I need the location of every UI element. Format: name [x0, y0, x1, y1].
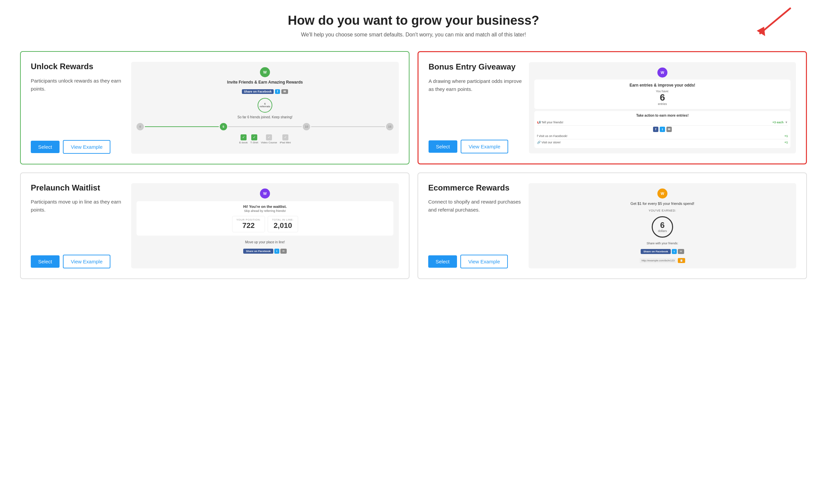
unlock-preview-content: W Invite Friends & Earn Amazing Rewards …	[137, 67, 393, 144]
referral-sub: referrals	[259, 105, 270, 108]
progress-dot-5: 5	[220, 123, 227, 130]
bonus-preview-content: W Earn entries & improve your odds! You …	[534, 67, 790, 148]
take-action-title: Take action to earn more entries!	[537, 114, 788, 117]
ecomm-em-btn[interactable]: ✉	[678, 249, 684, 254]
url-copy-btn[interactable]: 📋	[678, 258, 685, 263]
waitlist-sub: Skip ahead by referring friends!	[141, 209, 389, 213]
svg-line-0	[760, 8, 790, 34]
waitlist-move-text: Move up your place in line!	[245, 240, 285, 244]
card-actions-unlock: Select View Example	[31, 140, 125, 154]
card-title-unlock: Unlock Rewards	[31, 62, 125, 71]
red-arrow-indicator	[750, 7, 793, 37]
social-mini-share: f t ✉	[537, 127, 788, 132]
tw-share-btn[interactable]: f	[275, 89, 280, 94]
ecommerce-share-buttons: Share on Facebook t ✉	[641, 249, 684, 254]
position-label: YOUR POSITION:	[237, 218, 261, 221]
select-button-unlock[interactable]: Select	[31, 141, 59, 153]
card-description-unlock: Participants unlock rewards as they earn…	[31, 77, 125, 93]
action-label-1: f Visit us on Facebook!	[537, 134, 568, 138]
action-label-0: 📢 Tell your friends!	[537, 121, 564, 124]
card-title-bonus: Bonus Entry Giveaway	[429, 62, 522, 72]
stat-total: TOTAL IN LINE: 2,010	[267, 216, 298, 232]
action-row-facebook: f Visit us on Facebook! +1	[537, 133, 788, 139]
unlock-logo: W	[260, 67, 270, 77]
reward-check-ebook: ✓	[241, 134, 247, 141]
page-subtitle: We'll help you choose some smart default…	[20, 32, 807, 38]
social-em[interactable]: ✉	[667, 127, 672, 132]
action-plus-0: +3 each	[773, 121, 783, 124]
svg-marker-1	[757, 27, 765, 36]
waitlist-logo: W	[260, 188, 270, 199]
action-label-2: 🔗 Visit our store!	[537, 141, 561, 144]
social-tw[interactable]: t	[660, 127, 665, 132]
reward-check-videocourse: ✓	[266, 134, 272, 141]
action-chevron-0: ▼	[785, 121, 788, 124]
entries-box: Earn entries & improve your odds! You ha…	[534, 79, 790, 109]
reward-tshirt: ✓ T-Shirt	[250, 134, 258, 144]
url-row: http://example.com/bchr123 📋	[640, 258, 685, 263]
referral-text: So far 6 friends joined. Keep sharing!	[238, 115, 293, 119]
social-fb[interactable]: f	[653, 127, 659, 132]
action-plus-2: +1	[784, 141, 788, 144]
card-info-unlock: Unlock Rewards Participants unlock rewar…	[31, 62, 125, 154]
dollar-amount: 6	[660, 221, 665, 229]
reward-videocourse: ✓ Video Course	[261, 134, 277, 144]
waitlist-preview-content: W Hi! You're on the waitlist. Skip ahead…	[137, 188, 393, 254]
card-preview-unlock: W Invite Friends & Earn Amazing Rewards …	[131, 62, 399, 154]
reward-ipad: ✓ iPad Mini	[280, 134, 291, 144]
progress-line-2	[228, 126, 302, 127]
card-info-waitlist: Prelaunch Waitlist Participants move up …	[31, 183, 125, 268]
view-example-button-waitlist[interactable]: View Example	[63, 255, 111, 268]
card-description-bonus: A drawing where participant odds improve…	[429, 77, 522, 93]
select-button-bonus[interactable]: Select	[429, 141, 457, 153]
progress-dot-15: 15	[386, 123, 393, 130]
entries-label: entries	[540, 102, 785, 106]
page-title: How do you want to grow your business?	[20, 13, 807, 28]
select-button-waitlist[interactable]: Select	[31, 255, 59, 268]
card-actions-waitlist: Select View Example	[31, 255, 125, 268]
card-actions-ecommerce: Select View Example	[428, 255, 522, 268]
waitlist-tw-btn[interactable]: t	[274, 249, 279, 254]
dollar-circle: 6 dollars	[652, 216, 673, 238]
progress-line-1	[145, 126, 219, 127]
waitlist-heading: Hi! You're on the waitlist.	[141, 205, 389, 209]
action-row-store: 🔗 Visit our store! +1	[537, 139, 788, 146]
referral-count-circle: 6 referrals	[258, 98, 272, 113]
total-label: TOTAL IN LINE:	[272, 218, 293, 221]
total-value: 2,010	[272, 221, 293, 230]
fb-share-btn[interactable]: Share on Facebook	[242, 89, 274, 94]
waitlist-em-btn[interactable]: ✉	[280, 249, 287, 254]
reward-check-ipad: ✓	[282, 134, 288, 141]
reward-check-tshirt: ✓	[251, 134, 257, 141]
em-share-btn[interactable]: ✉	[281, 89, 288, 94]
entries-heading: Earn entries & improve your odds!	[540, 83, 785, 88]
progress-track: 0 5 10 15	[137, 123, 393, 130]
card-prelaunch-waitlist: Prelaunch Waitlist Participants move up …	[20, 172, 409, 279]
unlock-share-buttons: Share on Facebook f ✉	[242, 89, 288, 94]
cards-grid: Unlock Rewards Participants unlock rewar…	[20, 51, 807, 279]
view-example-button-ecommerce[interactable]: View Example	[460, 255, 508, 268]
view-example-button-bonus[interactable]: View Example	[461, 140, 508, 153]
waitlist-fb-btn[interactable]: Share on Facebook	[243, 249, 273, 254]
position-value: 722	[237, 221, 261, 230]
action-row-tell-friends: 📢 Tell your friends! +3 each ▼	[537, 119, 788, 126]
reward-label-videocourse: Video Course	[261, 141, 277, 144]
card-preview-waitlist: W Hi! You're on the waitlist. Skip ahead…	[131, 183, 399, 268]
card-info-bonus: Bonus Entry Giveaway A drawing where par…	[429, 62, 522, 153]
reward-label-ipad: iPad Mini	[280, 141, 291, 144]
waitlist-share-buttons: Share on Facebook t ✉	[243, 249, 286, 254]
ecomm-tw-btn[interactable]: t	[672, 249, 677, 254]
select-button-ecommerce[interactable]: Select	[428, 255, 457, 268]
ecomm-fb-btn[interactable]: Share on Facebook	[641, 249, 671, 254]
share-friends-label: Share with your friends:	[647, 242, 678, 245]
stat-position: YOUR POSITION: 722	[232, 216, 265, 232]
progress-dot-0: 0	[137, 123, 144, 130]
card-title-ecommerce: Ecommerce Rewards	[428, 183, 522, 193]
view-example-button-unlock[interactable]: View Example	[63, 140, 111, 154]
waitlist-box: Hi! You're on the waitlist. Skip ahead b…	[137, 201, 393, 236]
card-title-waitlist: Prelaunch Waitlist	[31, 183, 125, 193]
entries-number: 6	[540, 93, 785, 102]
reward-label-tshirt: T-Shirt	[250, 141, 258, 144]
card-preview-ecommerce: W Get $1 for every $5 your friends spend…	[529, 183, 796, 268]
card-actions-bonus: Select View Example	[429, 140, 522, 153]
